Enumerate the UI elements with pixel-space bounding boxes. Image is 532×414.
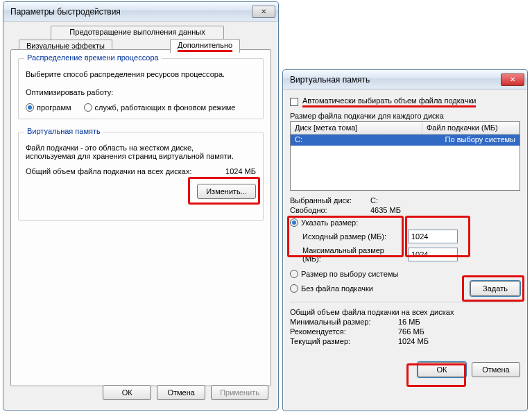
- radio-none[interactable]: [290, 284, 298, 293]
- min-value: 16 МБ: [398, 318, 420, 326]
- vm-cancel-label: Отмена: [482, 365, 509, 374]
- vm-ok-button[interactable]: ОК: [418, 362, 466, 377]
- vm-groupbox: Виртуальная память Файл подкачки - это о…: [18, 132, 264, 221]
- apply-button[interactable]: Применить: [211, 385, 268, 400]
- auto-checkbox-label: Автоматически выбирать объем файла подка…: [302, 96, 476, 107]
- radio-system-label: Размер по выбору системы: [301, 270, 398, 278]
- row-val: По выбору системы: [422, 135, 520, 146]
- perf-window: Параметры быстродействия ✕ Предотвращени…: [3, 1, 279, 411]
- vm-total-value: 1024 МБ: [225, 167, 256, 175]
- rec-value: 766 МБ: [398, 327, 424, 336]
- row-drive: C:: [291, 135, 422, 146]
- perf-titlebar[interactable]: Параметры быстродействия ✕: [3, 2, 278, 21]
- cur-label: Текущий размер:: [290, 337, 394, 345]
- list-header: Диск [метка тома] Файл подкачки (МБ): [291, 122, 520, 135]
- col-disk: Диск [метка тома]: [291, 122, 422, 134]
- tab-panel-advanced: Распределение времени процессора Выберит…: [10, 49, 271, 386]
- radio-custom-label: Указать размер:: [301, 218, 358, 227]
- sel-disk-label: Выбранный диск:: [290, 196, 366, 205]
- cur-value: 1024 МБ: [398, 337, 429, 345]
- free-value: 4635 МБ: [370, 206, 401, 214]
- ok-button[interactable]: ОК: [103, 385, 151, 400]
- change-button[interactable]: Изменить...: [197, 184, 256, 199]
- cpu-groupbox: Распределение времени процессора Выберит…: [18, 58, 264, 119]
- perf-buttons: ОК Отмена Применить: [103, 381, 275, 407]
- vm-legend: Виртуальная память: [24, 127, 103, 135]
- vm-ok-label: ОК: [437, 365, 447, 374]
- vm-titlebar[interactable]: Виртуальная память ✕: [283, 70, 527, 89]
- size-each-label: Размер файла подкачки для каждого диска: [290, 112, 520, 120]
- cpu-legend: Распределение времени процессора: [24, 53, 162, 62]
- cancel-label: Отмена: [167, 388, 194, 397]
- auto-checkbox[interactable]: [290, 98, 298, 106]
- tab-advanced[interactable]: Дополнительно: [170, 39, 240, 53]
- vm-window: Виртуальная память ✕ Автоматически выбир…: [282, 69, 528, 411]
- col-file: Файл подкачки (МБ): [422, 122, 520, 134]
- radio-custom[interactable]: [290, 218, 298, 227]
- list-row-c[interactable]: C: По выбору системы: [291, 135, 520, 146]
- cancel-button[interactable]: Отмена: [157, 385, 205, 400]
- tab-dep-label: Предотвращение выполнения данных: [69, 28, 205, 36]
- total-header: Общий объем файла подкачки на всех диска…: [290, 308, 520, 316]
- tab-dep[interactable]: Предотвращение выполнения данных: [51, 26, 224, 40]
- max-label: Максимальный размер (МБ):: [290, 246, 404, 263]
- free-label: Свободно:: [290, 206, 366, 214]
- rec-label: Рекомендуется:: [290, 327, 394, 336]
- vm-cancel-button[interactable]: Отмена: [472, 362, 520, 377]
- set-button[interactable]: Задать: [470, 281, 520, 296]
- vm-desc2: используемая для хранения страниц виртуа…: [26, 152, 256, 160]
- vm-desc1: Файл подкачки - это область на жестком д…: [26, 144, 256, 152]
- cpu-optimize: Оптимизировать работу:: [26, 88, 256, 96]
- sel-disk-value: C:: [370, 196, 378, 205]
- change-button-label: Изменить...: [206, 187, 247, 196]
- init-label: Исходный размер (МБ):: [290, 232, 404, 241]
- vm-total-label: Общий объем файла подкачки на всех диска…: [26, 167, 225, 175]
- apply-label: Применить: [220, 388, 259, 397]
- tab-advanced-label: Дополнительно: [178, 41, 232, 52]
- min-label: Минимальный размер:: [290, 318, 394, 326]
- radio-system[interactable]: [290, 270, 298, 278]
- ok-label: ОК: [122, 388, 132, 397]
- close-icon[interactable]: ✕: [501, 74, 524, 86]
- cpu-desc: Выберите способ распределения ресурсов п…: [26, 70, 256, 78]
- initial-size-input[interactable]: [408, 230, 458, 243]
- radio-none-label: Без файла подкачки: [301, 284, 373, 293]
- radio-services-label: служб, работающих в фоновом режиме: [95, 103, 236, 112]
- max-size-input[interactable]: [408, 248, 458, 261]
- disk-list[interactable]: Диск [метка тома] Файл подкачки (МБ) C: …: [290, 121, 520, 191]
- radio-programs[interactable]: [26, 103, 34, 112]
- radio-services[interactable]: [84, 103, 92, 112]
- perf-title: Параметры быстродействия: [10, 7, 252, 17]
- vm-title: Виртуальная память: [290, 75, 501, 85]
- separator: [290, 302, 520, 302]
- radio-programs-label: программ: [37, 103, 71, 112]
- set-button-label: Задать: [483, 284, 508, 293]
- close-icon[interactable]: ✕: [252, 6, 275, 18]
